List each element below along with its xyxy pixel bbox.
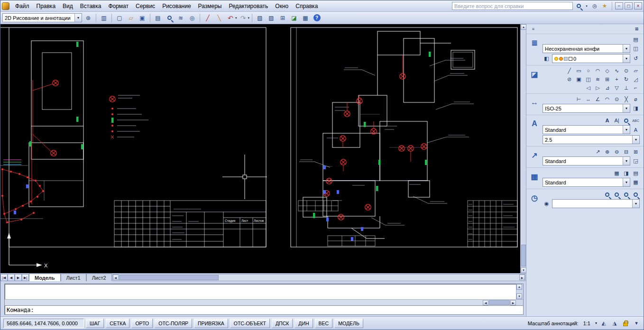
offset-icon[interactable]: ≋ <box>594 75 602 83</box>
copy-icon[interactable]: ▣ <box>575 75 583 83</box>
3ddwf-icon[interactable]: ◎ <box>187 13 197 23</box>
text-style-manager-icon[interactable]: A <box>632 126 640 134</box>
scroll-left-icon[interactable]: ◀ <box>113 275 119 280</box>
layer-config-combo[interactable]: Несохраненная конфи <box>543 44 630 53</box>
text-height-combo[interactable]: 2.5 <box>543 135 640 144</box>
dim-arc-icon[interactable]: ◠ <box>603 95 611 103</box>
mirror-left-icon[interactable]: ◁ <box>584 84 592 92</box>
dim-diameter-icon[interactable]: ⊙ <box>613 95 621 103</box>
tab-layout1[interactable]: Лист1 <box>61 274 86 281</box>
chart-icon[interactable]: ◪ <box>289 13 299 23</box>
insert-table-icon[interactable]: ▦ <box>613 169 621 177</box>
menu-insert[interactable]: Вставка <box>77 1 105 11</box>
scroll-up-icon[interactable]: ▲ <box>516 284 522 290</box>
polygon-icon[interactable]: ◇ <box>603 67 611 74</box>
undo-icon[interactable]: ↶ <box>225 13 236 23</box>
scroll-thumb[interactable] <box>119 275 219 280</box>
leader-style-manager-icon[interactable]: ◲ <box>632 157 640 165</box>
annotation-autoscale-icon[interactable]: ◮ <box>610 319 619 328</box>
marker-pen-icon[interactable]: ╱ <box>202 13 213 23</box>
menu-format[interactable]: Формат <box>105 1 132 11</box>
spline-icon[interactable]: ∿ <box>613 67 621 74</box>
command-vscroll[interactable]: ▲ ▼ <box>516 284 523 299</box>
menu-draw[interactable]: Рисование <box>159 1 194 11</box>
menu-view[interactable]: Вид <box>59 1 76 11</box>
hatch-icon[interactable]: ▱ <box>632 67 640 74</box>
menu-dimension[interactable]: Размеры <box>195 1 225 11</box>
search-dropdown-icon[interactable]: ▾ <box>584 2 589 10</box>
markup-set-manager-icon[interactable]: ▨ <box>266 13 276 23</box>
view-name-combo[interactable] <box>552 199 640 208</box>
leader-add-icon[interactable]: ⊕ <box>603 148 611 156</box>
model-space-canvas[interactable]: Стадия Лист Листов <box>0 24 526 273</box>
status-tray-menu-icon[interactable]: ▾ <box>632 319 641 328</box>
zoom-in-icon[interactable] <box>622 191 630 198</box>
mirror-icon[interactable]: ◫ <box>584 75 592 83</box>
menu-tools[interactable]: Сервис <box>132 1 158 11</box>
rotate-icon[interactable]: ↻ <box>622 75 630 83</box>
extend-icon[interactable]: ⌐ <box>632 84 640 92</box>
annotation-scale-value[interactable]: 1:1 <box>581 319 593 328</box>
dim-style-manager-icon[interactable]: ◨ <box>632 105 640 112</box>
scroll-down-icon[interactable]: ▼ <box>521 267 526 273</box>
scroll-thumb[interactable] <box>489 300 510 305</box>
dim-style-combo[interactable]: ISO-25 <box>543 104 630 113</box>
view-control-icon[interactable]: ◉ <box>543 200 551 208</box>
redo-dropdown-icon[interactable]: ▾ <box>248 16 250 20</box>
scroll-right-icon[interactable]: ▶ <box>510 300 516 305</box>
move-icon[interactable]: + <box>613 75 621 83</box>
toggle-otrack[interactable]: ОТС-ОБЪЕКТ <box>230 319 270 328</box>
mtext-icon[interactable]: A <box>603 117 611 124</box>
publish-icon[interactable]: ≋ <box>175 13 186 23</box>
toggle-polar[interactable]: ОТС-ПОЛЯР <box>155 319 192 328</box>
toggle-osnap[interactable]: ПРИВЯЗКА <box>194 319 228 328</box>
single-line-text-icon[interactable]: A| <box>613 117 621 124</box>
leader-collect-icon[interactable]: ⊞ <box>632 148 640 156</box>
find-text-icon[interactable] <box>622 117 630 124</box>
plot-preview-icon[interactable] <box>164 13 175 23</box>
tab-layout2[interactable]: Лист2 <box>86 274 112 281</box>
annotation-scale-dropdown-icon[interactable]: ▾ <box>595 321 597 325</box>
scroll-up-icon[interactable]: ▲ <box>521 24 526 30</box>
leader-remove-icon[interactable]: ⊖ <box>613 148 621 156</box>
chamfer-icon[interactable]: ▽ <box>613 84 621 92</box>
open-file-icon[interactable]: ▱ <box>126 13 136 23</box>
toggle-ducs[interactable]: ДПСК <box>272 319 293 328</box>
communication-center-icon[interactable]: ◎ <box>590 2 599 10</box>
workspace-combo[interactable]: 2D Рисование и аннотации <box>2 13 82 22</box>
zoom-window-icon[interactable] <box>613 191 621 198</box>
layer-properties-icon[interactable]: ▤ <box>632 36 640 43</box>
panel-collapse-icon[interactable]: ≡ <box>529 25 537 33</box>
window-minimize-button[interactable]: − <box>615 2 623 9</box>
command-window[interactable]: Команда: Противоположный угол: Команда: … <box>0 281 526 317</box>
layer-isolate-icon[interactable]: ◧ <box>543 55 551 63</box>
layer-states-icon[interactable]: ◫ <box>632 45 640 53</box>
tab-last-icon[interactable]: ▶| <box>22 274 29 281</box>
arc-icon[interactable]: ◠ <box>594 67 602 74</box>
dim-linear-icon[interactable]: ⊢ <box>575 95 583 103</box>
tab-model[interactable]: Модель <box>29 274 61 281</box>
toolbar-lock-icon[interactable] <box>621 319 630 328</box>
toggle-grid[interactable]: СЕТКА <box>106 319 129 328</box>
line-icon[interactable]: ╱ <box>565 67 573 74</box>
table-style-combo[interactable]: Standard <box>543 178 630 187</box>
pan-icon[interactable] <box>603 191 611 198</box>
undo-dropdown-icon[interactable]: ▾ <box>235 16 237 20</box>
scroll-thumb[interactable] <box>521 245 526 266</box>
menu-edit[interactable]: Правка <box>33 1 59 11</box>
search-icon[interactable] <box>574 2 583 10</box>
save-file-icon[interactable]: ▣ <box>137 13 147 23</box>
tool-palettes-icon[interactable]: ▥ <box>99 13 109 23</box>
table-icon[interactable]: ▦ <box>300 13 311 23</box>
table-edit-icon[interactable]: ▤ <box>632 169 640 177</box>
sheet-set-manager-icon[interactable]: ▧ <box>255 13 265 23</box>
workspace-settings-icon[interactable]: ⊛ <box>83 13 93 23</box>
erase-icon[interactable]: ⊘ <box>565 75 573 83</box>
zoom-extents-icon[interactable] <box>632 191 640 198</box>
mirror-right-icon[interactable]: ▷ <box>594 84 602 92</box>
menu-modify[interactable]: Редактировать <box>225 1 271 11</box>
toggle-ortho[interactable]: ОРТО <box>131 319 153 328</box>
tab-next-icon[interactable]: ▶ <box>15 274 22 281</box>
table-style-manager-icon[interactable]: ▦ <box>632 179 640 186</box>
scroll-left-icon[interactable]: ◀ <box>483 300 488 305</box>
